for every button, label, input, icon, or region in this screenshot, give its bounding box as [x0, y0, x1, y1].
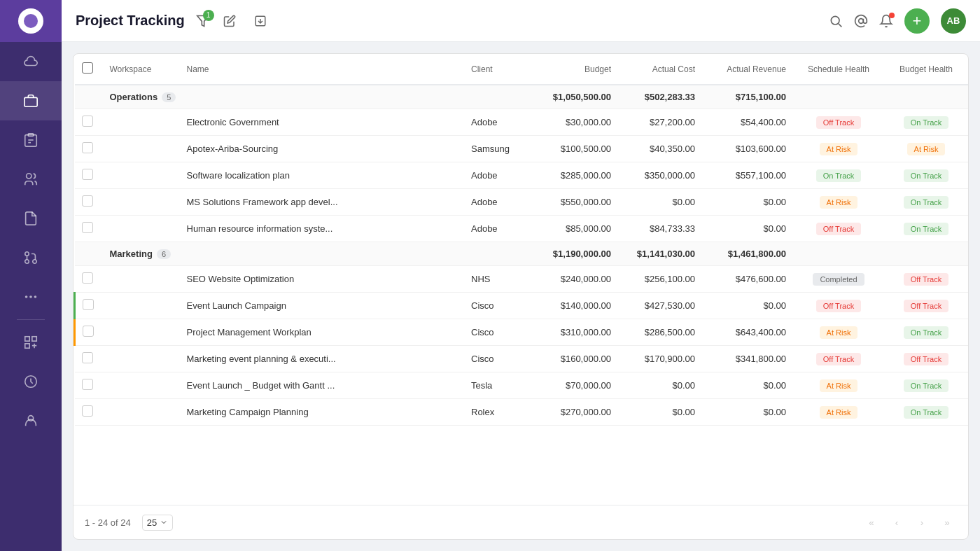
row-client: Adobe: [464, 109, 534, 136]
row-schedule-health: On Track: [793, 162, 884, 189]
row-checkbox[interactable]: [82, 142, 93, 153]
schedule-badge: At Risk: [820, 379, 858, 392]
row-checkbox[interactable]: [82, 169, 93, 180]
budget-health-badge: On Track: [904, 196, 949, 209]
sidebar-item-cloud[interactable]: [0, 42, 62, 81]
sidebar-item-file[interactable]: [0, 199, 62, 238]
budget-health-badge: At Risk: [907, 143, 946, 155]
group-budget: $1,190,000.00: [534, 242, 618, 266]
row-schedule-health: Completed: [793, 266, 884, 293]
row-name: MS Solutions Framework app devel...: [180, 189, 465, 216]
row-workspace: [103, 293, 180, 319]
table-row: Human resource information syste... Adob…: [75, 216, 969, 242]
sidebar-divider: [17, 319, 45, 320]
row-name: Software localization plan: [180, 162, 465, 189]
table-row: Software localization plan Adobe $285,00…: [75, 162, 969, 189]
add-button[interactable]: +: [904, 8, 930, 34]
row-check: [75, 136, 103, 162]
page-size-value: 25: [147, 517, 157, 528]
budget-health-badge: On Track: [904, 379, 949, 392]
row-workspace: [103, 319, 180, 346]
row-check: [75, 346, 103, 372]
sidebar-item-more[interactable]: [0, 277, 62, 316]
notification-dot: [889, 13, 895, 18]
row-client: Tesla: [464, 372, 534, 399]
row-client: Rolex: [464, 399, 534, 426]
row-client: NHS: [464, 266, 534, 293]
sidebar-item-chart[interactable]: [0, 323, 62, 362]
svg-point-7: [25, 252, 29, 256]
row-checkbox[interactable]: [82, 222, 93, 233]
header: Project Tracking 1 + AB: [62, 0, 980, 42]
row-budget-health: At Risk: [884, 136, 968, 162]
row-actual-cost: $350,000.00: [618, 162, 702, 189]
row-client: Cisco: [464, 319, 534, 346]
sidebar-item-git[interactable]: [0, 238, 62, 277]
sidebar-item-briefcase[interactable]: [0, 81, 62, 120]
schedule-badge: Off Track: [816, 300, 861, 312]
row-actual-revenue: $557,100.00: [702, 162, 793, 189]
row-schedule-health: Off Track: [793, 216, 884, 242]
at-icon[interactable]: [854, 14, 868, 28]
svg-point-6: [33, 260, 37, 264]
row-checkbox[interactable]: [82, 195, 93, 207]
header-actual-cost: Actual Cost: [618, 54, 702, 85]
table-header-row: Workspace Name Client Budget Actual Cost…: [75, 54, 969, 85]
sidebar-item-clock[interactable]: [0, 362, 62, 401]
table-row: Apotex-Ariba-Sourcing Samsung $100,500.0…: [75, 136, 969, 162]
edit-button[interactable]: [218, 10, 241, 32]
row-schedule-health: At Risk: [793, 136, 884, 162]
row-workspace: [103, 162, 180, 189]
first-page-button[interactable]: «: [862, 512, 881, 532]
download-button[interactable]: [249, 10, 272, 32]
prev-page-button[interactable]: ‹: [887, 512, 906, 532]
row-actual-revenue: $0.00: [702, 372, 793, 399]
notifications-icon[interactable]: [879, 14, 893, 28]
row-schedule-health: Off Track: [793, 346, 884, 372]
sidebar-item-users[interactable]: [0, 160, 62, 199]
table-row: Event Launch Campaign Cisco $140,000.00 …: [75, 293, 969, 319]
row-workspace: [103, 109, 180, 136]
page-size-select[interactable]: 25: [142, 515, 173, 531]
schedule-badge: Off Track: [816, 223, 861, 235]
row-name: SEO Website Optimization: [180, 266, 465, 293]
row-checkbox[interactable]: [82, 405, 93, 417]
row-schedule-health: At Risk: [793, 399, 884, 426]
sidebar-item-person[interactable]: [0, 401, 62, 440]
row-budget: $85,000.00: [534, 216, 618, 242]
row-name: Marketing event planning & executi...: [180, 346, 465, 372]
row-schedule-health: Off Track: [793, 109, 884, 136]
search-icon[interactable]: [829, 14, 843, 28]
row-budget: $310,000.00: [534, 319, 618, 346]
row-checkbox[interactable]: [82, 379, 93, 390]
row-checkbox[interactable]: [83, 326, 94, 337]
sidebar-item-clipboard[interactable]: [0, 120, 62, 160]
row-checkbox[interactable]: [82, 352, 93, 363]
row-budget-health: On Track: [884, 109, 968, 136]
row-checkbox[interactable]: [83, 299, 94, 310]
row-actual-cost: $27,200.00: [618, 109, 702, 136]
next-page-button[interactable]: ›: [912, 512, 932, 532]
schedule-badge: At Risk: [820, 143, 858, 155]
row-budget: $240,000.00: [534, 266, 618, 293]
row-budget-health: On Track: [884, 372, 968, 399]
table-scroll[interactable]: Workspace Name Client Budget Actual Cost…: [74, 54, 968, 505]
row-actual-cost: $170,900.00: [618, 346, 702, 372]
last-page-button[interactable]: »: [937, 512, 957, 532]
table-row: Project Management Workplan Cisco $310,0…: [75, 319, 969, 346]
group-client-col: [464, 85, 534, 109]
row-budget: $140,000.00: [534, 293, 618, 319]
row-checkbox[interactable]: [82, 116, 93, 127]
avatar[interactable]: AB: [941, 8, 966, 34]
app-logo[interactable]: [0, 0, 62, 42]
row-budget-health: Off Track: [884, 293, 968, 319]
filter-button[interactable]: 1: [196, 14, 210, 28]
header-checkbox[interactable]: [82, 62, 93, 74]
group-budget-health-col: [884, 85, 968, 109]
row-checkbox[interactable]: [82, 272, 93, 284]
group-check-col: [75, 85, 103, 109]
table-row: Marketing event planning & executi... Ci…: [75, 346, 969, 372]
svg-point-5: [27, 174, 31, 179]
row-actual-revenue: $54,400.00: [702, 109, 793, 136]
logo-icon: [18, 8, 43, 34]
